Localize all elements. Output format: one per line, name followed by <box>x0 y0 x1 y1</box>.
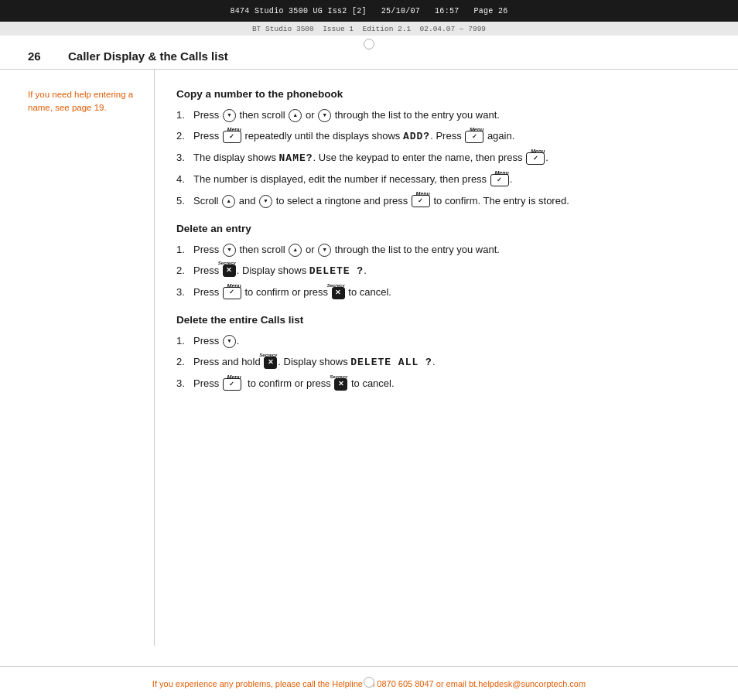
top-bar-text: 8474 Studio 3500 UG Iss2 [2] 25/10/07 16… <box>230 7 507 15</box>
down-btn-d2 <box>318 244 331 257</box>
section-delete-heading: Delete an entry <box>176 223 710 234</box>
list-item: 1. Press then scroll or through the list… <box>176 108 710 123</box>
list-item: 3. The display shows NAME?. Use the keyp… <box>176 150 710 166</box>
top-bar: 8474 Studio 3500 UG Iss2 [2] 25/10/07 16… <box>0 0 738 22</box>
copy-steps-list: 1. Press then scroll or through the list… <box>176 108 710 209</box>
section-delete-all-heading: Delete the entire Calls list <box>176 314 710 326</box>
delete-all-steps-list: 1. Press . 2. Press and hold Secrecy✕. D… <box>176 333 710 391</box>
delete-steps-list: 1. Press then scroll or through the list… <box>176 242 710 300</box>
subtitle-text: BT Studio 3500 Issue 1 Edition 2.1 02.04… <box>252 25 486 33</box>
menu-btn-a1: Menu✓ <box>223 378 241 391</box>
secrecy-btn-a1: Secrecy✕ <box>264 357 277 369</box>
content-col: Copy a number to the phonebook 1. Press … <box>155 70 738 646</box>
section-delete-all: Delete the entire Calls list 1. Press . … <box>176 314 710 391</box>
menu-btn-icon5: Menu✓ <box>412 195 430 207</box>
menu-btn-d1: Menu✓ <box>223 287 241 299</box>
menu-btn-icon2: Menu✓ <box>465 131 483 143</box>
list-item: 5. Scroll and to select a ringtone and p… <box>176 193 710 209</box>
section-copy-heading: Copy a number to the phonebook <box>176 88 710 100</box>
secrecy-btn-a2: Secrecy✕ <box>334 378 347 391</box>
down-btn-a1 <box>223 335 236 348</box>
list-item: 2. Press Menu✓ repeatedly until the disp… <box>176 128 710 145</box>
down-btn-icon <box>223 109 236 122</box>
subtitle-bar: BT Studio 3500 Issue 1 Edition 2.1 02.04… <box>0 22 738 36</box>
section-delete-entry: Delete an entry 1. Press then scroll or … <box>176 223 710 300</box>
secrecy-btn-d2: Secrecy✕ <box>332 287 345 299</box>
main-area: If you need help entering a name, see pa… <box>0 70 738 646</box>
list-item: 1. Press then scroll or through the list… <box>176 242 710 258</box>
up-btn-d1 <box>289 244 302 257</box>
sidebar-note: If you need help entering a name, see pa… <box>28 90 133 112</box>
list-item: 1. Press . <box>176 333 710 349</box>
menu-btn-icon4: Menu✓ <box>490 174 509 186</box>
section-copy: Copy a number to the phonebook 1. Press … <box>176 88 710 209</box>
list-item: 2. Press and hold Secrecy✕. Display show… <box>176 354 710 370</box>
down-btn-d1 <box>223 244 236 257</box>
page-title: Caller Display & the Calls list <box>68 50 228 63</box>
sidebar: If you need help entering a name, see pa… <box>0 70 155 646</box>
page-header: 26 Caller Display & the Calls list <box>0 36 738 70</box>
secrecy-btn-d1: Secrecy✕ <box>223 265 236 277</box>
up-btn-icon2 <box>222 195 235 208</box>
list-item: 3. Press Menu✓ to confirm or press Secre… <box>176 376 710 391</box>
list-item: 3. Press Menu✓ to confirm or press Secre… <box>176 285 710 300</box>
list-item: 2. Press Secrecy✕. Display shows DELETE … <box>176 263 710 279</box>
up-btn-icon <box>289 109 302 122</box>
down-btn-icon2 <box>318 109 331 122</box>
list-item: 4. The number is displayed, edit the num… <box>176 172 710 187</box>
page-number: 26 <box>28 50 50 63</box>
menu-btn-icon3: Menu✓ <box>526 152 545 165</box>
down-btn-icon3 <box>259 195 272 208</box>
menu-btn-icon: Menu✓ <box>223 131 241 143</box>
page-nav-bottom <box>364 677 374 688</box>
